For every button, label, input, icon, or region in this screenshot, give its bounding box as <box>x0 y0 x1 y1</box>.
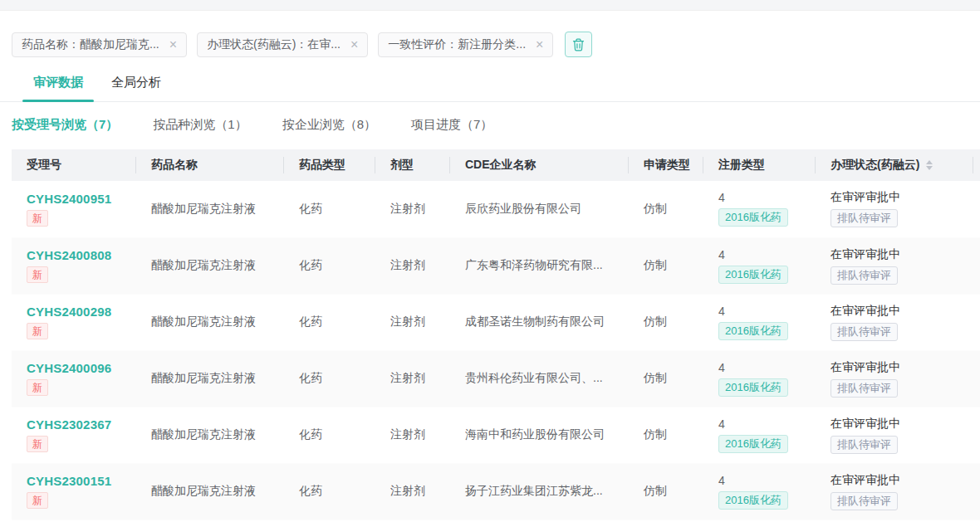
col-status[interactable]: 办理状态(药融云) <box>816 149 973 181</box>
registration-badge: 2016版化药 <box>718 491 788 510</box>
company-name: 扬子江药业集团江苏紫龙... <box>450 463 629 520</box>
table-row[interactable]: CYHS2400951新 醋酸加尼瑞克注射液 化药 注射剂 辰欣药业股份有限公司… <box>12 181 980 237</box>
new-badge: 新 <box>27 379 48 396</box>
registration-badge: 2016版化药 <box>718 266 788 284</box>
acceptance-no-link[interactable]: CYHS2400951 <box>27 192 111 206</box>
dosage-form: 注射剂 <box>375 407 450 463</box>
drug-name: 醋酸加尼瑞克注射液 <box>136 407 284 463</box>
close-icon[interactable]: × <box>536 38 543 51</box>
table-row[interactable]: CYHS2400808新 醋酸加尼瑞克注射液 化药 注射剂 广东粤和泽药物研究有… <box>12 237 980 294</box>
registration-type: 4 <box>718 248 725 261</box>
status-badge: 排队待审评 <box>831 323 898 341</box>
dosage-form: 注射剂 <box>375 463 450 520</box>
table-row[interactable]: CYHS2400096新 醋酸加尼瑞克注射液 化药 注射剂 贵州科伦药业有限公司… <box>12 350 980 407</box>
table-header: 受理号 药品名称 药品类型 剂型 CDE企业名称 申请类型 注册类型 办理状态(… <box>12 149 980 181</box>
drug-type: 化药 <box>284 407 375 463</box>
subtab-by-acceptance-no[interactable]: 按受理号浏览（7） <box>12 117 118 133</box>
table-row[interactable]: CYHS2400298新 醋酸加尼瑞克注射液 化药 注射剂 成都圣诺生物制药有限… <box>12 294 980 350</box>
drug-name: 醋酸加尼瑞克注射液 <box>136 350 284 407</box>
status-text: 在审评审批中 <box>831 247 900 261</box>
acceptance-no-link[interactable]: CYHS2300151 <box>27 474 111 488</box>
application-type: 仿制 <box>629 350 703 407</box>
new-badge: 新 <box>27 266 48 283</box>
status-text: 在审评审批中 <box>831 360 900 373</box>
status-text: 在审评审批中 <box>831 304 900 317</box>
registration-badge: 2016版化药 <box>718 322 788 340</box>
filter-tag-label: 办理状态(药融云)：在审... <box>207 37 341 52</box>
col-acceptance-no: 受理号 <box>12 149 136 181</box>
filter-tag-status[interactable]: 办理状态(药融云)：在审... × <box>197 32 368 57</box>
filter-bar: 药品名称：醋酸加尼瑞克... × 办理状态(药融云)：在审... × 一致性评价… <box>0 11 980 57</box>
subtab-project-progress[interactable]: 项目进度（7） <box>411 117 492 133</box>
col-company: CDE企业名称 <box>450 149 629 181</box>
col-application-type: 申请类型 <box>629 149 703 181</box>
acceptance-no-link[interactable]: CYHS2400808 <box>27 248 111 262</box>
tab-review-data[interactable]: 审评数据 <box>33 75 83 101</box>
application-type: 仿制 <box>629 237 703 294</box>
application-type: 仿制 <box>629 407 703 463</box>
review-data-table: 受理号 药品名称 药品类型 剂型 CDE企业名称 申请类型 注册类型 办理状态(… <box>12 149 980 520</box>
status-text: 在审评审批中 <box>831 417 900 430</box>
status-badge: 排队待审评 <box>831 436 898 454</box>
acceptance-no-link[interactable]: CYHS2302367 <box>27 417 111 432</box>
status-badge: 排队待审评 <box>831 379 898 398</box>
filter-tag-consistency[interactable]: 一致性评价：新注册分类... × <box>378 32 553 57</box>
dosage-form: 注射剂 <box>375 350 450 407</box>
table-row[interactable]: CYHS2300151新 醋酸加尼瑞克注射液 化药 注射剂 扬子江药业集团江苏紫… <box>12 463 980 520</box>
registration-badge: 2016版化药 <box>718 435 788 453</box>
caret-up-icon <box>926 160 933 164</box>
col-dosage-form: 剂型 <box>375 149 450 181</box>
registration-badge: 2016版化药 <box>718 378 788 397</box>
status-badge: 排队待审评 <box>831 209 898 227</box>
drug-type: 化药 <box>284 294 375 350</box>
drug-name: 醋酸加尼瑞克注射液 <box>136 181 284 237</box>
new-badge: 新 <box>27 436 48 452</box>
application-type: 仿制 <box>629 294 703 350</box>
filter-tag-label: 药品名称：醋酸加尼瑞克... <box>22 37 159 52</box>
drug-name: 醋酸加尼瑞克注射液 <box>136 294 284 350</box>
close-icon[interactable]: × <box>350 38 358 51</box>
drug-type: 化药 <box>284 237 375 294</box>
application-type: 仿制 <box>629 463 703 520</box>
drug-name: 醋酸加尼瑞克注射液 <box>136 463 284 520</box>
new-badge: 新 <box>27 492 48 509</box>
dosage-form: 注射剂 <box>375 294 450 350</box>
application-type: 仿制 <box>629 181 703 237</box>
registration-type: 4 <box>718 305 725 318</box>
subtab-by-company[interactable]: 按企业浏览（8） <box>282 117 376 133</box>
col-drug-type: 药品类型 <box>284 149 375 181</box>
drug-name: 醋酸加尼瑞克注射液 <box>136 237 284 294</box>
status-text: 在审评审批中 <box>831 190 900 203</box>
close-icon[interactable]: × <box>169 38 177 51</box>
sort-icon[interactable] <box>926 160 933 170</box>
registration-type: 4 <box>718 361 725 374</box>
acceptance-no-link[interactable]: CYHS2400096 <box>27 361 111 375</box>
sub-tabs: 按受理号浏览（7） 按品种浏览（1） 按企业浏览（8） 项目进度（7） <box>0 117 980 133</box>
main-tabs: 审评数据 全局分析 <box>0 75 980 102</box>
subtab-by-variety[interactable]: 按品种浏览（1） <box>153 117 247 133</box>
registration-type: 4 <box>718 417 725 431</box>
company-name: 广东粤和泽药物研究有限... <box>450 237 629 294</box>
tab-global-analysis[interactable]: 全局分析 <box>111 75 161 101</box>
status-badge: 排队待审评 <box>831 492 898 510</box>
company-name: 成都圣诺生物制药有限公司 <box>450 294 629 350</box>
company-name: 海南中和药业股份有限公司 <box>450 407 629 463</box>
dosage-form: 注射剂 <box>375 181 450 237</box>
company-name: 贵州科伦药业有限公司、... <box>450 350 629 407</box>
dosage-form: 注射剂 <box>375 237 450 294</box>
drug-type: 化药 <box>284 181 375 237</box>
drug-type: 化药 <box>284 463 375 520</box>
clear-filters-button[interactable] <box>565 32 592 57</box>
col-stub <box>973 149 980 181</box>
filter-tag-drug-name[interactable]: 药品名称：醋酸加尼瑞克... × <box>12 32 187 57</box>
registration-type: 4 <box>718 191 725 204</box>
registration-type: 4 <box>718 474 725 487</box>
registration-badge: 2016版化药 <box>718 208 788 227</box>
top-strip <box>0 0 980 11</box>
acceptance-no-link[interactable]: CYHS2400298 <box>27 305 111 319</box>
col-drug-name: 药品名称 <box>136 149 284 181</box>
company-name: 辰欣药业股份有限公司 <box>450 181 629 237</box>
new-badge: 新 <box>27 210 48 227</box>
status-badge: 排队待审评 <box>831 266 898 285</box>
table-row[interactable]: CYHS2302367新 醋酸加尼瑞克注射液 化药 注射剂 海南中和药业股份有限… <box>12 407 980 463</box>
